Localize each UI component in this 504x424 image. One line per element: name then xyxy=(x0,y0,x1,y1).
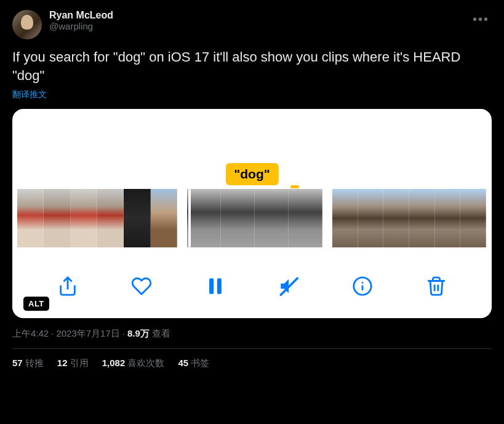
clip-frame xyxy=(435,189,461,247)
clip-frame xyxy=(17,189,44,247)
tweet-header: Ryan McLeod @warpling ••• xyxy=(12,10,492,39)
mute-icon[interactable] xyxy=(278,276,299,297)
clip-frame xyxy=(151,189,177,247)
user-info: Ryan McLeod @warpling xyxy=(49,10,463,31)
info-icon[interactable] xyxy=(352,276,373,297)
quotes-stat[interactable]: 12 引用 xyxy=(57,358,89,369)
pause-icon[interactable] xyxy=(205,276,226,297)
likes-stat[interactable]: 1,082 喜欢次数 xyxy=(102,358,165,369)
marker-tick xyxy=(290,185,299,188)
tweet-time[interactable]: 上午4:42 xyxy=(12,328,49,338)
bookmarks-stat[interactable]: 45 书签 xyxy=(178,358,209,369)
clip-frame xyxy=(332,189,358,247)
clip-group[interactable] xyxy=(17,189,177,247)
share-icon[interactable] xyxy=(57,276,78,297)
search-chip: "dog" xyxy=(225,163,278,185)
display-name[interactable]: Ryan McLeod xyxy=(49,10,463,21)
views-count[interactable]: 8.9万 xyxy=(127,328,150,338)
alt-badge[interactable]: ALT xyxy=(23,297,49,311)
clip-group[interactable] xyxy=(187,189,322,247)
clip-frame xyxy=(71,189,97,247)
more-icon[interactable]: ••• xyxy=(470,10,492,29)
clip-frame xyxy=(289,189,322,247)
media-card[interactable]: "dog" xyxy=(12,109,492,318)
clip-frame xyxy=(187,189,221,247)
video-timeline[interactable] xyxy=(12,189,492,247)
clip-frame xyxy=(409,189,435,247)
user-handle[interactable]: @warpling xyxy=(49,21,463,31)
translate-link[interactable]: 翻译推文 xyxy=(12,89,492,100)
clip-frame xyxy=(124,189,150,247)
clip-frame xyxy=(97,189,124,247)
svg-rect-1 xyxy=(209,279,214,295)
clip-frame xyxy=(44,189,70,247)
svg-rect-2 xyxy=(217,279,221,295)
clip-frame xyxy=(255,189,289,247)
clip-frame xyxy=(221,189,255,247)
views-label: 查看 xyxy=(152,328,170,338)
tweet-meta: 上午4:42·2023年7月17日·8.9万 查看 xyxy=(12,328,492,340)
stats-row: 57 转推 12 引用 1,082 喜欢次数 45 书签 xyxy=(12,349,492,369)
media-toolbar xyxy=(12,269,492,303)
clip-frame xyxy=(383,189,409,247)
clip-frame xyxy=(358,189,384,247)
retweets-stat[interactable]: 57 转推 xyxy=(12,358,44,369)
avatar[interactable] xyxy=(12,10,42,39)
trash-icon[interactable] xyxy=(426,276,447,297)
clip-group[interactable] xyxy=(332,189,486,247)
tweet-date[interactable]: 2023年7月17日 xyxy=(56,328,119,338)
playhead[interactable] xyxy=(188,189,191,247)
tweet-container: Ryan McLeod @warpling ••• If you search … xyxy=(0,0,504,369)
heart-icon[interactable] xyxy=(131,276,152,297)
clip-frame xyxy=(460,189,486,247)
tweet-text: If you search for "dog" on iOS 17 it'll … xyxy=(12,48,492,84)
